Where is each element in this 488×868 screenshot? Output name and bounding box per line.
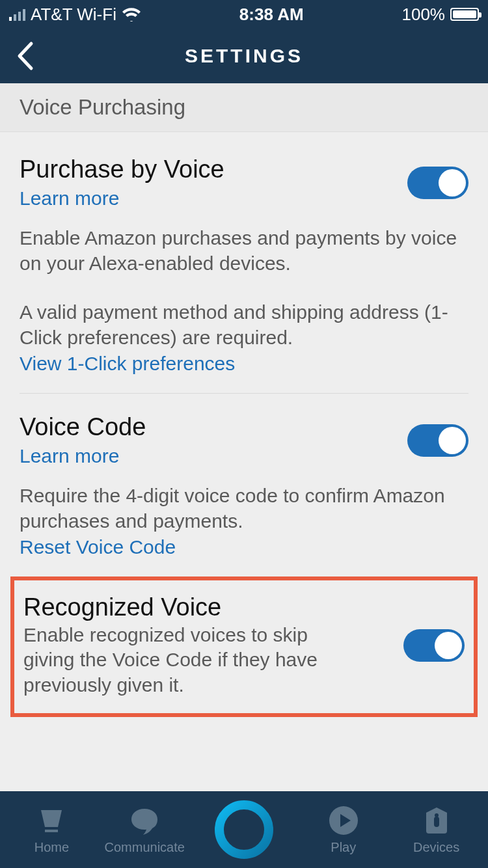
voice-code-learn-more-link[interactable]: Learn more bbox=[20, 445, 119, 467]
clock-label: 8:38 AM bbox=[239, 5, 304, 25]
back-button[interactable] bbox=[16, 29, 34, 83]
settings-content: Purchase by Voice Learn more Enable Amaz… bbox=[0, 132, 488, 717]
voice-code-toggle[interactable] bbox=[407, 424, 468, 457]
one-click-prefs-link[interactable]: View 1-Click preferences bbox=[20, 353, 235, 375]
tab-devices-label: Devices bbox=[413, 840, 459, 855]
recognized-voice-toggle[interactable] bbox=[403, 629, 465, 662]
svg-rect-0 bbox=[45, 830, 58, 832]
signal-icon bbox=[9, 8, 25, 21]
purchase-title: Purchase by Voice bbox=[20, 156, 224, 183]
status-left: AT&T Wi-Fi bbox=[9, 5, 141, 25]
purchase-by-voice-block: Purchase by Voice Learn more Enable Amaz… bbox=[0, 132, 488, 393]
tab-communicate[interactable]: Communicate bbox=[105, 805, 183, 855]
section-header: Voice Purchasing bbox=[0, 83, 488, 132]
battery-percent-label: 100% bbox=[401, 5, 445, 25]
tab-play-label: Play bbox=[331, 840, 356, 855]
purchase-learn-more-link[interactable]: Learn more bbox=[20, 187, 119, 210]
reset-voice-code-link[interactable]: Reset Voice Code bbox=[20, 536, 176, 558]
tab-communicate-label: Communicate bbox=[105, 840, 185, 855]
alexa-ring-icon bbox=[214, 800, 274, 860]
carrier-label: AT&T Wi-Fi bbox=[31, 5, 116, 25]
status-right: 100% bbox=[401, 5, 479, 25]
recognized-voice-block: Recognized Voice Enable recognized voice… bbox=[10, 576, 478, 717]
tab-alexa[interactable] bbox=[198, 800, 290, 860]
purchase-toggle[interactable] bbox=[407, 167, 468, 199]
voice-code-block: Voice Code Learn more Require the 4-digi… bbox=[0, 394, 488, 576]
recognized-voice-row: Recognized Voice Enable recognized voice… bbox=[23, 593, 465, 698]
tab-home[interactable]: Home bbox=[12, 805, 90, 855]
wifi-icon bbox=[122, 7, 141, 21]
nav-bar: SETTINGS bbox=[0, 29, 488, 83]
status-bar: AT&T Wi-Fi 8:38 AM 100% bbox=[0, 0, 488, 29]
recognized-voice-title: Recognized Voice bbox=[23, 593, 362, 621]
tab-home-label: Home bbox=[34, 840, 69, 855]
tab-devices[interactable]: Devices bbox=[398, 805, 476, 855]
recognized-voice-description: Enable recognized voices to skip giving … bbox=[23, 623, 362, 698]
tab-play[interactable]: Play bbox=[305, 805, 383, 855]
voice-code-row: Voice Code Learn more bbox=[20, 413, 468, 467]
voice-code-description: Require the 4-digit voice code to confir… bbox=[20, 483, 468, 534]
page-title: SETTINGS bbox=[185, 45, 303, 67]
svg-rect-4 bbox=[434, 817, 439, 827]
svg-point-5 bbox=[435, 813, 439, 817]
battery-icon bbox=[450, 8, 479, 21]
purchase-description: Enable Amazon purchases and payments by … bbox=[20, 225, 468, 276]
voice-code-title: Voice Code bbox=[20, 413, 146, 441]
svg-point-1 bbox=[219, 805, 269, 854]
purchase-row: Purchase by Voice Learn more bbox=[20, 156, 468, 210]
purchase-requirement: A valid payment method and shipping addr… bbox=[20, 299, 468, 350]
tab-bar: Home Communicate Play bbox=[0, 791, 488, 868]
